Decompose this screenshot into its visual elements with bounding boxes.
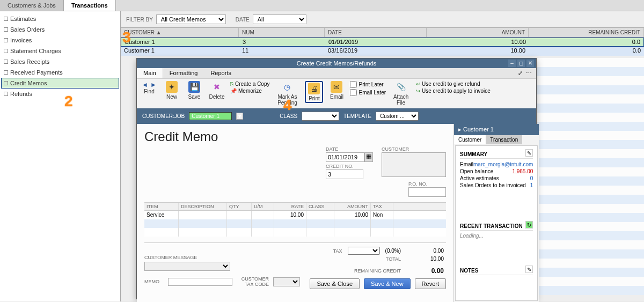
email-later-checkbox[interactable]: Email Later [350, 89, 386, 96]
line-item-row[interactable]: Service 10.00 10.00 Non [144, 211, 446, 219]
customer-job-select[interactable]: Customer 1 [189, 112, 232, 120]
toolbar-label: Email Later [358, 90, 386, 95]
edit-notes-icon[interactable]: ✎ [525, 266, 533, 273]
print-later-checkbox[interactable]: Print Later [350, 81, 386, 88]
checkbox[interactable] [350, 89, 357, 96]
save-button[interactable]: 💾Save [185, 81, 203, 100]
tx-row[interactable]: Customer 1 11 03/16/2019 10.00 0.0 [121, 47, 644, 56]
credit-memo-window: Create Credit Memos/Refunds – ◻ ✕ Main F… [136, 58, 537, 299]
checkbox[interactable] [350, 81, 357, 88]
col-num[interactable]: NUM [239, 28, 325, 37]
save-new-button[interactable]: Save & New [364, 278, 411, 289]
tab-formatting[interactable]: Formatting [163, 68, 204, 78]
template-select[interactable]: Custom ... [376, 112, 419, 121]
cell-desc[interactable] [179, 211, 227, 219]
cell-amount[interactable]: 10.00 [334, 211, 371, 219]
mark-pending-button[interactable]: ◷Mark As Pending [274, 81, 301, 106]
cell-tax[interactable]: Non [371, 211, 393, 219]
dropdown-icon[interactable]: ▾ [236, 113, 243, 120]
sidebar-label: Refunds [10, 91, 32, 97]
email-button[interactable]: ✉Email [327, 81, 346, 100]
recent-transaction-title: RECENT TRANSACTION [460, 223, 533, 231]
help-icon[interactable]: ⋯ [526, 70, 532, 77]
tax-code-select[interactable] [273, 277, 300, 286]
filter-date-select[interactable]: All [253, 14, 306, 24]
next-arrow-icon[interactable]: ► [150, 81, 157, 89]
restore-button[interactable]: ◻ [517, 60, 525, 67]
po-input[interactable] [408, 187, 446, 197]
summary-tab-customer[interactable]: Customer [454, 135, 486, 144]
sidebar-item-estimates[interactable]: Estimates [1, 13, 119, 24]
print-button[interactable]: 🖨Print [305, 81, 323, 103]
line-item-row[interactable] [144, 219, 446, 228]
sidebar-item-refunds[interactable]: Refunds [1, 89, 119, 99]
sales-orders-value[interactable]: 1 [530, 182, 533, 188]
cell-customer: Customer 1 [121, 47, 239, 56]
cell-amount: 10.00 [427, 38, 529, 46]
tab-transactions[interactable]: Transactions [64, 0, 116, 11]
cell-date: 03/16/2019 [325, 47, 427, 56]
sidebar-item-sales-orders[interactable]: Sales Orders [1, 24, 119, 35]
email-value[interactable]: marc_morgia@intuit.com [473, 161, 533, 167]
summary-tab-transaction[interactable]: Transaction [486, 135, 522, 144]
toolbar-label: Save [188, 94, 201, 100]
col-amount[interactable]: AMOUNT [427, 28, 529, 37]
tx-row[interactable]: Customer 1 3 01/01/2019 10.00 0.0 [121, 38, 644, 47]
active-estimates-value[interactable]: 0 [530, 175, 533, 181]
customer-message-select[interactable] [144, 262, 230, 271]
expand-icon[interactable]: ⤢ [518, 70, 523, 77]
cell-item[interactable]: Service [144, 211, 179, 219]
prev-arrow-icon[interactable]: ◄ [141, 81, 149, 89]
toolbar-label: Memorize [238, 88, 262, 94]
find-button[interactable]: ◄► Find [140, 81, 158, 94]
new-button[interactable]: ✦New [163, 81, 181, 100]
col-date[interactable]: DATE [325, 28, 427, 37]
cell-qty[interactable] [227, 211, 252, 219]
modal-tabs: Main Formatting Reports ⤢ ⋯ [137, 68, 536, 79]
tab-reports[interactable]: Reports [204, 68, 238, 78]
list-icon [4, 27, 8, 32]
edit-summary-icon[interactable]: ✎ [525, 149, 533, 157]
line-item-row[interactable] [144, 228, 446, 237]
col-qty: QTY [227, 203, 252, 210]
sidebar-item-statement-charges[interactable]: Statement Charges [1, 46, 119, 56]
calendar-icon[interactable]: ▦ [364, 152, 373, 162]
refresh-recent-icon[interactable]: ↻ [525, 221, 533, 229]
cell-rate[interactable]: 10.00 [274, 211, 306, 219]
tab-customers-jobs[interactable]: Customers & Jobs [0, 0, 64, 11]
col-customer[interactable]: CUSTOMER ▲ [121, 28, 239, 37]
cell-um[interactable] [252, 211, 274, 219]
sidebar-item-received-payments[interactable]: Received Payments [1, 67, 119, 78]
tab-main[interactable]: Main [137, 68, 163, 78]
sidebar-item-credit-memos[interactable]: Credit Memos [1, 78, 119, 89]
filter-by-select[interactable]: All Credit Memos [156, 14, 226, 24]
sidebar-label: Sales Orders [10, 26, 45, 33]
cell-class[interactable] [306, 211, 334, 219]
col-remaining[interactable]: REMAINING CREDIT [529, 28, 644, 37]
tax-select[interactable] [348, 247, 380, 255]
save-close-button[interactable]: Save & Close [310, 278, 360, 289]
minimize-button[interactable]: – [508, 60, 516, 67]
memo-label: MEMO [144, 279, 164, 284]
memorize-button[interactable]: 📌Memorize [230, 88, 269, 94]
line-items-body[interactable]: Service 10.00 10.00 Non [144, 211, 446, 243]
class-select[interactable] [302, 112, 339, 121]
window-titlebar[interactable]: Create Credit Memos/Refunds – ◻ ✕ [137, 58, 536, 68]
customer-address-box[interactable] [382, 152, 446, 177]
revert-button[interactable]: Revert [415, 278, 446, 289]
delete-button[interactable]: ✖Delete [208, 81, 226, 100]
credit-no-input[interactable] [326, 170, 363, 179]
memo-input[interactable] [168, 278, 232, 286]
sidebar-item-invoices[interactable]: Invoices [1, 35, 119, 46]
date-input[interactable] [326, 152, 364, 162]
create-copy-button[interactable]: ⎘Create a Copy [230, 81, 269, 87]
use-credit-invoice-button[interactable]: ↪Use credit to apply to invoice [416, 88, 491, 94]
use-credit-refund-button[interactable]: ↩Use credit to give refund [416, 81, 491, 87]
close-button[interactable]: ✕ [526, 60, 534, 67]
col-desc: DESCRIPTION [179, 203, 227, 210]
sidebar-item-sales-receipts[interactable]: Sales Receipts [1, 56, 119, 67]
total-value: 10.00 [406, 256, 444, 262]
attach-file-button[interactable]: 📎Attach File [390, 81, 412, 106]
sidebar-label: Invoices [10, 37, 32, 43]
tax-percent: (0.0%) [385, 248, 401, 254]
